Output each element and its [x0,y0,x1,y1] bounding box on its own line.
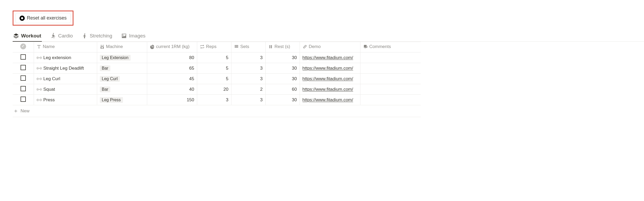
table-row[interactable]: Leg CurlLeg Curl455330https://www.fitadi… [13,74,421,84]
svg-rect-18 [38,78,40,79]
row-machine-cell[interactable]: Leg Curl [97,74,147,84]
row-checkbox-cell[interactable] [13,74,34,84]
checkbox-icon[interactable] [21,97,26,102]
row-sets-cell[interactable]: 3 [231,52,265,63]
col-header-machine[interactable]: Machine [97,42,147,52]
row-machine-cell[interactable]: Leg Press [97,95,147,105]
reps-value: 3 [200,97,229,103]
dumbbell-icon [37,66,42,70]
svg-rect-7 [37,56,38,59]
col-header-rest[interactable]: Rest (s) [265,42,300,52]
rest-value: 30 [268,55,297,60]
checkbox-icon[interactable] [21,75,26,81]
tab-stretching[interactable]: Stretching [81,31,113,41]
col-header-reps[interactable]: Reps [197,42,231,52]
row-machine-cell[interactable]: Bar [97,84,147,95]
demo-link[interactable]: https://www.fitadium.com/ [303,97,358,103]
reset-button-label: Reset all exercises [27,15,67,21]
row-reps-cell[interactable]: 5 [197,63,231,74]
col-header-demo[interactable]: Demo [300,42,360,52]
row-1rm-cell[interactable]: 150 [147,95,197,105]
row-comments-cell[interactable] [360,52,421,63]
col-label: Reps [206,44,217,49]
row-name-cell[interactable]: Squat [34,84,97,95]
table-row[interactable]: Leg extensionLeg Extension805330https://… [13,52,421,63]
svg-rect-22 [37,88,38,91]
col-label: Demo [309,44,321,49]
row-demo-cell[interactable]: https://www.fitadium.com/ [300,84,360,95]
row-reps-cell[interactable]: 5 [197,74,231,84]
row-rest-cell[interactable]: 30 [265,52,300,63]
dumbbell-icon [37,77,42,81]
row-sets-cell[interactable]: 2 [231,84,265,95]
row-demo-cell[interactable]: https://www.fitadium.com/ [300,52,360,63]
row-name-cell[interactable]: Leg extension [34,52,97,63]
svg-rect-24 [40,88,41,91]
svg-rect-2 [235,46,238,46]
row-reps-cell[interactable]: 3 [197,95,231,105]
row-sets-cell[interactable]: 3 [231,74,265,84]
sets-value: 3 [234,76,263,82]
row-sets-cell[interactable]: 3 [231,95,265,105]
svg-rect-4 [269,45,270,48]
row-demo-cell[interactable]: https://www.fitadium.com/ [300,63,360,74]
table-row[interactable]: SquatBar4020260https://www.fitadium.com/ [13,84,421,95]
row-comments-cell[interactable] [360,74,421,84]
tab-images[interactable]: Images [121,31,146,41]
row-comments-cell[interactable] [360,95,421,105]
exercise-name: Leg Curl [43,76,60,81]
row-1rm-cell[interactable]: 65 [147,63,197,74]
col-header-comments[interactable]: Comments [360,42,421,52]
row-1rm-cell[interactable]: 80 [147,52,197,63]
row-checkbox-cell[interactable] [13,95,34,105]
row-reps-cell[interactable]: 5 [197,52,231,63]
row-sets-cell[interactable]: 3 [231,63,265,74]
col-header-1rm[interactable]: current 1RM (kg) [147,42,197,52]
machine-tag: Leg Extension [100,55,131,61]
col-label: current 1RM (kg) [156,44,190,49]
new-row-button[interactable]: New [13,105,421,117]
row-name-cell[interactable]: Leg Curl [34,74,97,84]
machine-tag: Bar [100,65,111,71]
tab-label: Images [129,33,145,39]
row-demo-cell[interactable]: https://www.fitadium.com/ [300,95,360,105]
checkbox-icon[interactable] [21,86,26,91]
row-machine-cell[interactable]: Leg Extension [97,52,147,63]
tab-cardio[interactable]: Cardio [50,31,73,41]
col-header-name[interactable]: Name [34,42,97,52]
row-rest-cell[interactable]: 30 [265,74,300,84]
demo-link[interactable]: https://www.fitadium.com/ [303,87,358,92]
row-reps-cell[interactable]: 20 [197,84,231,95]
row-rest-cell[interactable]: 30 [265,63,300,74]
checkbox-icon[interactable] [21,65,26,70]
row-checkbox-cell[interactable] [13,63,34,74]
sets-value: 3 [234,55,263,60]
reset-all-exercises-button[interactable]: Reset all exercises [16,13,71,23]
table-row[interactable]: Straight Leg DeadliftBar655330https://ww… [13,63,421,74]
demo-link[interactable]: https://www.fitadium.com/ [303,66,358,71]
exercise-name: Press [43,97,55,102]
tab-workout[interactable]: Workout [13,31,42,41]
row-name-cell[interactable]: Press [34,95,97,105]
row-rest-cell[interactable]: 30 [265,95,300,105]
demo-link[interactable]: https://www.fitadium.com/ [303,76,358,82]
svg-rect-13 [38,68,40,69]
checkbox-icon[interactable] [21,54,26,60]
table-row[interactable]: PressLeg Press1503330https://www.fitadiu… [13,95,421,105]
row-machine-cell[interactable]: Bar [97,63,147,74]
row-rest-cell[interactable]: 60 [265,84,300,95]
row-checkbox-cell[interactable] [13,52,34,63]
row-1rm-cell[interactable]: 45 [147,74,197,84]
row-demo-cell[interactable]: https://www.fitadium.com/ [300,74,360,84]
col-label: Sets [240,44,249,49]
svg-rect-20 [41,78,42,80]
row-1rm-cell[interactable]: 40 [147,84,197,95]
col-header-checkbox[interactable] [13,42,34,52]
col-header-sets[interactable]: Sets [231,42,265,52]
row-name-cell[interactable]: Straight Leg Deadlift [34,63,97,74]
row-checkbox-cell[interactable] [13,84,34,95]
demo-link[interactable]: https://www.fitadium.com/ [303,55,358,60]
row-comments-cell[interactable] [360,63,421,74]
row-comments-cell[interactable] [360,84,421,95]
col-label: Name [43,44,55,49]
